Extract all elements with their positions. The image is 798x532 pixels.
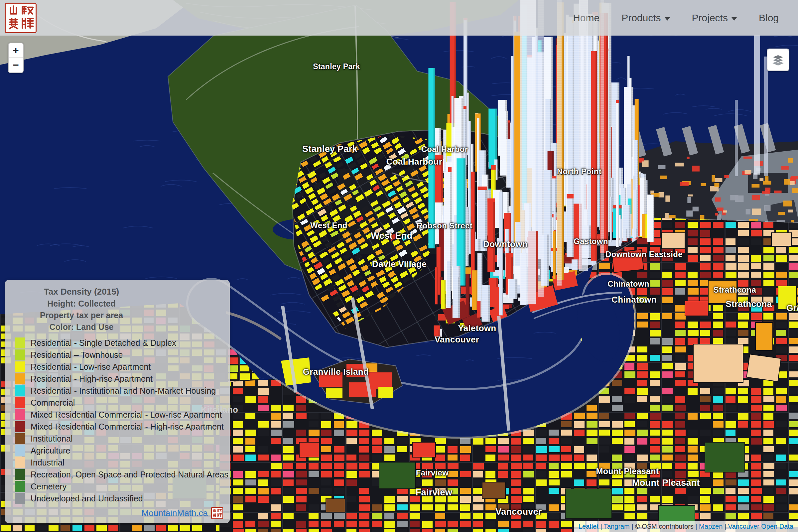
legend-item-residential-townhouse: Residential – Townhouse [5,349,230,361]
legend-subtitle-line: Height: Collected [12,298,151,309]
legend-subtitle-line: Color: Land Use [12,321,151,333]
legend-item-list: Residential - Single Detached & DuplexRe… [5,337,230,505]
chevron-down-icon [732,17,737,21]
legend-swatch [15,481,25,492]
chevron-down-icon [665,17,670,21]
legend-item-recreation-open-space-and-protected-natural-area: Recreation, Open Space and Protected Nat… [5,469,230,480]
legend-label: Commercial [31,398,75,407]
legend-footer: MountainMath.ca [5,507,230,519]
legend-swatch [15,421,25,432]
legend-item-commercial: Commercial [5,397,230,408]
zoom-in-button[interactable]: + [8,43,23,58]
nav-item-home[interactable]: Home [573,12,600,24]
attribution-text: | [598,523,604,530]
legend-label: Institutional [31,434,73,443]
map-app: Stanley ParkStanley ParkCoal HarborCoal … [0,0,798,532]
legend-swatch [15,397,25,408]
legend-item-mixed-residential-commercial-low-rise-apartment: Mixed Residential Commercial - Low-rise … [5,408,230,421]
attribution-link-leaflet[interactable]: Leaflet [578,523,598,530]
zoom-control: + − [8,42,24,73]
top-nav: HomeProductsProjectsBlog [0,0,798,36]
attribution-link-mapzen[interactable]: Mapzen [699,523,723,530]
mountainmath-stamp-icon [211,507,223,519]
legend-label: Residential - Low-rise Apartment [31,362,151,372]
legend-item-industrial: Industrial [5,457,230,469]
zoom-out-button[interactable]: − [8,58,23,73]
legend-swatch [15,433,25,444]
nav-item-projects[interactable]: Projects [692,12,737,24]
attribution-text: | [723,523,728,530]
legend-label: Mixed Residential Commercial - High-rise… [31,422,224,432]
legend-item-residential-low-rise-apartment: Residential - Low-rise Apartment [5,361,230,373]
layers-control[interactable] [767,49,790,71]
nav-item-label: Projects [692,12,728,24]
legend-swatch [15,409,25,420]
mountainmath-seal-icon [6,4,35,32]
legend-swatch [15,493,25,504]
legend-title: Tax Density (2015) [12,285,151,298]
legend-label: Cemetery [31,482,66,491]
legend-item-undeveloped-and-unclassified: Undeveloped and Unclassified [5,492,230,505]
legend-label: Agriculture [31,446,71,456]
nav-item-products[interactable]: Products [622,12,670,24]
attribution-text: | © OSM contributors | [630,523,699,530]
legend-item-agriculture: Agriculture [5,444,230,457]
layers-icon [771,53,785,67]
legend-swatch [15,385,25,396]
legend-item-mixed-residential-commercial-high-rise-apartment: Mixed Residential Commercial - High-rise… [5,421,230,433]
legend-item-residential-single-detached-duplex: Residential - Single Detached & Duplex [5,337,230,349]
legend-item-cemetery: Cemetery [5,480,230,492]
legend-label: Mixed Residential Commercial - Low-rise … [31,410,222,420]
legend-swatch [15,457,25,468]
map-attribution: Leaflet | Tangram | © OSM contributors |… [574,521,798,532]
legend-label: Residential - Institutional and Non-Mark… [31,386,216,396]
nav-item-blog[interactable]: Blog [759,12,779,24]
legend-subtitle-line: Property tax per area [12,309,151,321]
mountainmath-link[interactable]: MountainMath.ca [141,508,208,518]
nav-item-label: Blog [759,12,779,24]
legend-panel: Tax Density (2015) Height: Collected Pro… [5,280,230,523]
legend-label: Recreation, Open Space and Protected Nat… [31,470,228,479]
legend-swatch [15,338,25,348]
legend-label: Undeveloped and Unclassified [31,494,143,504]
nav-item-label: Products [622,12,661,24]
legend-label: Residential - Single Detached & Duplex [31,338,176,348]
legend-swatch [15,349,25,360]
mountainmath-seal-icon [212,508,222,518]
legend-item-residential-institutional-and-non-market-housing: Residential - Institutional and Non-Mark… [5,385,230,397]
legend-item-residential-high-rise-apartment: Residential - High-rise Apartment [5,373,230,385]
attribution-link-vancouver-open-data[interactable]: Vancouver Open Data [728,523,793,530]
nav-item-label: Home [573,12,600,24]
legend-header: Tax Density (2015) Height: Collected Pro… [12,285,151,333]
legend-item-institutional: Institutional [5,433,230,444]
legend-swatch [15,445,25,456]
legend-swatch [15,361,25,373]
legend-label: Residential – Townhouse [31,350,123,360]
legend-label: Residential - High-rise Apartment [31,374,153,384]
mountainmath-logo[interactable] [5,3,37,33]
legend-swatch [15,374,25,384]
nav-menu: HomeProductsProjectsBlog [573,12,779,24]
legend-swatch [15,469,25,480]
legend-label: Industrial [31,458,64,468]
attribution-link-tangram[interactable]: Tangram [604,523,630,530]
